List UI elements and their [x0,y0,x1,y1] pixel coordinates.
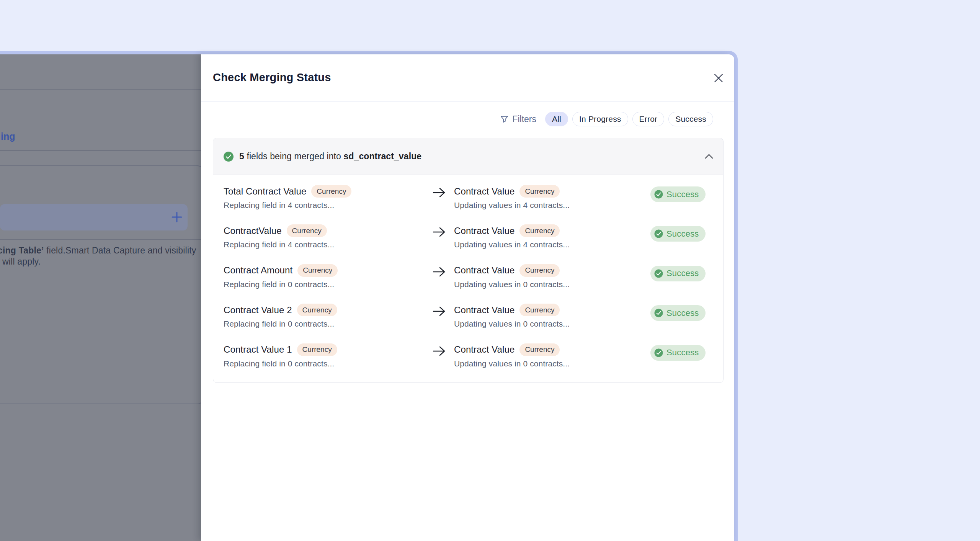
target-status-text: Updating values in 0 contracts... [454,280,650,289]
check-circle-icon [654,190,663,199]
modal-header-divider [201,101,734,102]
merge-row: Contract Value 2 Currency Replacing fiel… [213,294,723,333]
source-field-name: Contract Amount [224,265,292,276]
field-type-badge: Currency [519,304,560,316]
arrow-right-icon [432,266,446,278]
field-type-badge: Currency [297,304,337,316]
status-badge: Success [650,186,706,202]
field-type-badge: Currency [519,185,560,198]
add-icon[interactable] [170,211,183,224]
merge-group-header[interactable]: 5 fields being merged into sd_contract_v… [213,138,723,175]
source-status-text: Replacing field in 0 contracts... [224,280,432,289]
dimmed-background-panel: ing cing Table’ field.Smart Data Capture… [0,54,201,541]
merge-row: ContractValue Currency Replacing field i… [213,214,723,254]
arrow-right-icon [432,226,446,238]
source-status-text: Replacing field in 0 contracts... [224,319,432,329]
field-type-badge: Currency [297,264,338,277]
merge-group-card: 5 fields being merged into sd_contract_v… [213,138,724,383]
source-field-name: Total Contract Value [224,186,306,197]
merge-rows: Total Contract Value Currency Replacing … [213,175,723,373]
field-type-badge: Currency [519,343,560,356]
filter-pill-success[interactable]: Success [668,112,713,126]
field-type-badge: Currency [311,185,351,198]
filter-pill-in-progress[interactable]: In Progress [572,112,628,126]
check-circle-icon [654,269,663,278]
arrow-right-icon [432,305,446,317]
check-circle-icon [654,348,663,357]
background-divider [0,239,201,240]
arrow-right-icon [432,345,446,357]
filters-label: Filters [512,114,536,124]
collapse-chevron-icon[interactable] [705,154,713,159]
status-badge: Success [650,226,706,242]
source-field-name: ContractValue [224,226,282,236]
target-field-name: Contract Value [454,186,514,197]
target-field-name: Contract Value [454,226,514,236]
background-card-outline [0,165,201,404]
merge-row: Contract Amount Currency Replacing field… [213,254,723,294]
target-status-text: Updating values in 4 contracts... [454,201,650,210]
field-type-badge: Currency [519,224,560,237]
filter-icon [500,115,509,124]
target-status-text: Updating values in 0 contracts... [454,359,650,368]
merge-row: Total Contract Value Currency Replacing … [213,175,723,214]
merging-status-modal: Check Merging Status Filters All In Prog… [201,54,734,541]
target-field-name: Contract Value [454,305,514,315]
success-check-icon [223,151,234,162]
target-field-name: Contract Value [454,344,514,355]
check-circle-icon [654,309,663,317]
background-link-fragment[interactable]: ing [1,131,15,142]
status-badge: Success [650,305,706,321]
close-button[interactable] [711,70,726,86]
field-type-badge: Currency [519,264,560,277]
source-status-text: Replacing field in 0 contracts... [224,359,432,368]
target-field-name: Contract Value [454,265,514,276]
source-field-name: Contract Value 2 [224,305,292,315]
background-table-header [0,204,188,230]
close-icon [714,73,724,83]
field-type-badge: Currency [287,224,327,237]
source-status-text: Replacing field in 4 contracts... [224,240,432,249]
background-note-text-line2: will apply. [2,256,41,267]
status-badge: Success [650,345,706,361]
field-type-badge: Currency [297,343,337,356]
source-status-text: Replacing field in 4 contracts... [224,201,432,210]
arrow-right-icon [432,186,446,199]
background-divider [0,89,201,90]
background-note-text: cing Table’ field.Smart Data Capture and… [0,245,201,256]
background-divider [0,150,201,151]
status-badge: Success [650,266,706,281]
merge-row: Contract Value 1 Currency Replacing fiel… [213,333,723,373]
target-status-text: Updating values in 4 contracts... [454,240,650,249]
merge-group-summary: 5 fields being merged into sd_contract_v… [239,151,421,162]
source-field-name: Contract Value 1 [224,344,292,355]
page: ing cing Table’ field.Smart Data Capture… [0,0,980,541]
modal-title: Check Merging Status [213,71,331,84]
filter-pill-all[interactable]: All [545,112,568,126]
filters-bar: Filters All In Progress Error Success [500,112,713,126]
check-circle-icon [654,229,663,238]
target-status-text: Updating values in 0 contracts... [454,319,650,329]
filters-button[interactable]: Filters [500,114,536,124]
filter-pill-error[interactable]: Error [632,112,665,126]
